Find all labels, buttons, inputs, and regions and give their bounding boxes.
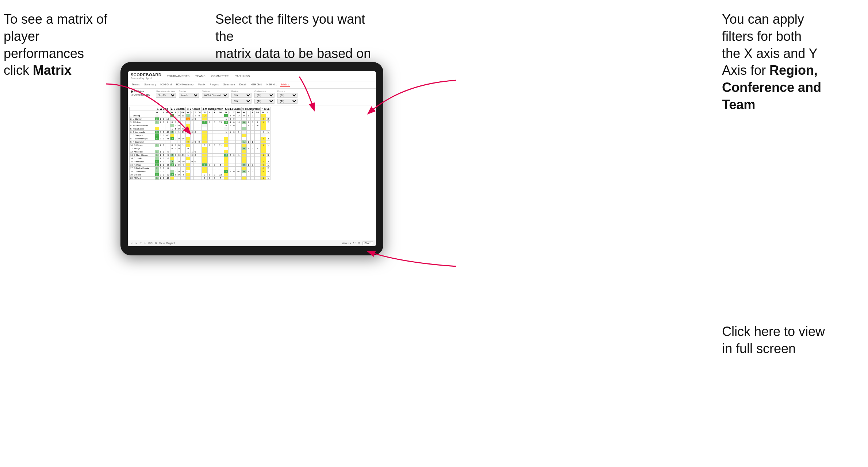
share-button[interactable]: Share bbox=[362, 241, 373, 245]
filter-gender: Gender Men's bbox=[179, 90, 199, 98]
matrix-cell bbox=[185, 163, 191, 167]
matrix-cell bbox=[217, 134, 224, 137]
matrix-cell bbox=[224, 150, 228, 154]
players-select[interactable]: (All) bbox=[277, 93, 297, 98]
matrix-cell: 1 bbox=[159, 121, 162, 124]
matrix-cell: 0 bbox=[194, 154, 197, 157]
matrix-cell: 0 bbox=[162, 134, 165, 137]
matrix-cell bbox=[224, 167, 228, 170]
nav-committee[interactable]: COMMITTEE bbox=[210, 74, 230, 78]
matrix-cell bbox=[217, 160, 224, 163]
fullscreen-btn[interactable]: ⛶ bbox=[353, 242, 356, 244]
tab-matrix-active[interactable]: Matrix bbox=[280, 82, 290, 87]
tab-h2h-h[interactable]: H2H H... bbox=[265, 82, 278, 87]
matrix-cell bbox=[250, 154, 254, 157]
matrix-cell bbox=[224, 160, 228, 163]
region-select[interactable]: N/A bbox=[231, 93, 251, 98]
players-select2[interactable]: (All) bbox=[277, 99, 297, 104]
matrix-cell bbox=[224, 134, 228, 137]
tab-h2h-grid[interactable]: H2H Grid bbox=[159, 82, 173, 87]
matrix-cell bbox=[224, 147, 228, 150]
matrix-cell bbox=[170, 140, 174, 144]
compact-view-radio[interactable]: Compact View bbox=[131, 93, 150, 96]
matrix-cell bbox=[250, 117, 254, 121]
tablet-screen: SCOREBOARD Powered by clippd TOURNAMENTS… bbox=[128, 71, 376, 246]
matrix-cell: 0 bbox=[191, 160, 194, 163]
matrix-cell bbox=[170, 117, 174, 121]
tab-h2h-grid2[interactable]: H2H Grid bbox=[250, 82, 263, 87]
matrix-cell: 0 bbox=[201, 173, 207, 177]
matrix-cell bbox=[201, 131, 207, 134]
matrix-cell: 0 bbox=[224, 121, 228, 124]
nav-tournaments[interactable]: TOURNAMENTS bbox=[166, 74, 191, 78]
matrix-cell bbox=[254, 114, 260, 117]
matrix-cell bbox=[217, 124, 224, 127]
tab-summary2[interactable]: Summary bbox=[222, 82, 236, 87]
settings-btn[interactable]: ⚙ bbox=[155, 242, 157, 245]
tab-matrix[interactable]: Matrix bbox=[197, 82, 206, 87]
sub-h-l2: L bbox=[174, 111, 177, 114]
max-players-select[interactable]: Top 25 bbox=[156, 93, 176, 98]
matrix-cell: 1 bbox=[159, 177, 162, 180]
tab-summary[interactable]: Summary bbox=[143, 82, 157, 87]
refresh-btn[interactable]: ↺ bbox=[139, 242, 142, 245]
matrix-cell: -3 bbox=[165, 154, 170, 157]
cursor-btn[interactable]: ⊹ bbox=[144, 242, 146, 245]
matrix-cell bbox=[191, 157, 194, 160]
tab-players[interactable]: Players bbox=[208, 82, 220, 87]
matrix-cell bbox=[185, 173, 191, 177]
player-row-name: 4. M Thorbjornsen bbox=[130, 124, 155, 127]
gender-select[interactable]: Men's bbox=[179, 93, 199, 98]
matrix-cell bbox=[232, 173, 236, 177]
matrix-cell bbox=[207, 167, 212, 170]
matrix-cell: 13 bbox=[217, 173, 224, 177]
matrix-cell: 3 bbox=[155, 177, 159, 180]
header-3-j-koivun: 3. J Koivun bbox=[185, 107, 201, 111]
matrix-cell: 2 bbox=[228, 154, 232, 157]
matrix-cell: 1 bbox=[155, 154, 159, 157]
header-7-g-sa: 7. G Sa bbox=[261, 107, 270, 111]
tab-teams[interactable]: Teams bbox=[131, 82, 141, 87]
tab-h2h-heatmap[interactable]: H2H Heatmap bbox=[175, 82, 195, 87]
matrix-cell: 1 bbox=[266, 131, 270, 134]
matrix-cell bbox=[246, 177, 250, 180]
header-2-l-clanton: 2. L Clanton bbox=[170, 107, 185, 111]
matrix-cell: 5 bbox=[155, 137, 159, 140]
matrix-cell bbox=[217, 127, 224, 131]
matrix-cell bbox=[194, 147, 197, 150]
matrix-cell bbox=[254, 144, 260, 147]
matrix-cell: 1 bbox=[207, 121, 212, 124]
undo-btn[interactable]: ↩ bbox=[131, 242, 133, 245]
full-view-radio[interactable]: Full View bbox=[131, 90, 150, 93]
matrix-cell bbox=[162, 140, 165, 144]
matrix-cell: 3 bbox=[254, 121, 260, 124]
sub-h-d3: Dif bbox=[197, 111, 201, 114]
matrix-cell bbox=[261, 150, 266, 154]
conference-select2[interactable]: (All) bbox=[254, 99, 274, 104]
nav-rankings[interactable]: RANKINGS bbox=[234, 74, 251, 78]
conference-select[interactable]: (All) bbox=[254, 93, 274, 98]
matrix-cell bbox=[201, 170, 207, 173]
redo-btn[interactable]: ↪ bbox=[135, 242, 137, 245]
matrix-cell bbox=[217, 137, 224, 140]
matrix-cell: 2 bbox=[224, 170, 228, 173]
tab-detail[interactable]: Detail bbox=[238, 82, 247, 87]
nav-teams[interactable]: TEAMS bbox=[194, 74, 207, 78]
watch-btn[interactable]: Watch ▾ bbox=[342, 242, 352, 245]
matrix-cell bbox=[254, 170, 260, 173]
sub-h-l6: L bbox=[246, 111, 250, 114]
matrix-cell bbox=[174, 157, 177, 160]
matrix-cell: 1 bbox=[180, 121, 185, 124]
region-select2[interactable]: N/A bbox=[231, 99, 251, 104]
matrix-cell: 2 bbox=[165, 121, 170, 124]
matrix-cell: 1 bbox=[162, 137, 165, 140]
zoom-btn[interactable]: ⊞⊟ bbox=[148, 242, 153, 245]
matrix-cell bbox=[242, 150, 247, 154]
matrix-cell: 2 bbox=[266, 160, 270, 163]
sub-h-d5: Dif bbox=[236, 111, 242, 114]
matrix-cell: 0 bbox=[261, 167, 266, 170]
matrix-cell bbox=[228, 127, 232, 131]
grid-btn[interactable]: ⊞ bbox=[358, 242, 360, 245]
player-row-name: 3. J Kolvun bbox=[130, 121, 155, 124]
division-select[interactable]: NCAA Division I bbox=[202, 93, 228, 98]
